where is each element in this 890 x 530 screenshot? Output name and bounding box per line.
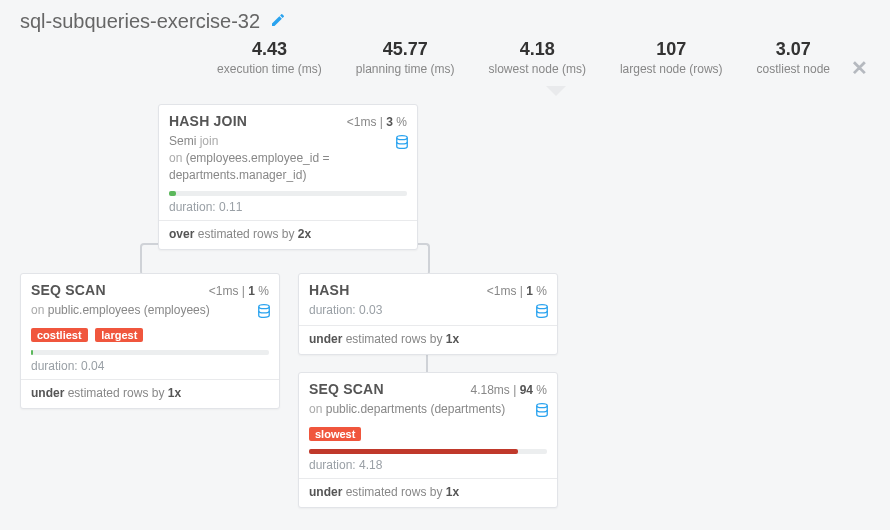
- duration-label: duration: 4.18: [299, 456, 557, 478]
- metric-largest-node: 107 largest node (rows): [620, 39, 723, 76]
- svg-point-2: [537, 305, 548, 309]
- metric-costliest-node: 3.07 costliest node: [757, 39, 830, 76]
- database-icon[interactable]: [395, 135, 409, 154]
- estimate-row: under estimated rows by 1x: [21, 379, 279, 408]
- node-name: SEQ SCAN: [31, 282, 106, 298]
- duration-bar: [31, 350, 269, 355]
- estimate-row: over estimated rows by 2x: [159, 220, 417, 249]
- database-icon[interactable]: [535, 403, 549, 422]
- node-name: HASH JOIN: [169, 113, 247, 129]
- node-stats: <1ms | 1 %: [209, 284, 269, 298]
- edit-icon[interactable]: [270, 12, 286, 32]
- badges: costliest largest: [21, 325, 279, 348]
- duration-label: duration: 0.04: [21, 357, 279, 379]
- plan-node-seq-scan-departments[interactable]: SEQ SCAN 4.18ms | 94 % on public.departm…: [298, 372, 558, 508]
- metric-slowest-node: 4.18 slowest node (ms): [489, 39, 586, 76]
- duration-bar: [309, 449, 547, 454]
- node-stats: <1ms | 3 %: [347, 115, 407, 129]
- duration-bar: [169, 191, 407, 196]
- badges: slowest: [299, 424, 557, 447]
- estimate-row: under estimated rows by 1x: [299, 478, 557, 507]
- plan-node-hash-join[interactable]: HASH JOIN <1ms | 3 % Semi join on (emplo…: [158, 104, 418, 250]
- badge-largest: largest: [95, 328, 143, 342]
- svg-point-3: [537, 404, 548, 408]
- node-stats: 4.18ms | 94 %: [470, 383, 547, 397]
- page-title: sql-subqueries-exercise-32: [20, 10, 260, 33]
- database-icon[interactable]: [535, 304, 549, 323]
- node-stats: <1ms | 1 %: [487, 284, 547, 298]
- metric-execution-time: 4.43 execution time (ms): [217, 39, 322, 76]
- estimate-row: under estimated rows by 1x: [299, 325, 557, 354]
- node-name: SEQ SCAN: [309, 381, 384, 397]
- badge-slowest: slowest: [309, 427, 361, 441]
- badge-costliest: costliest: [31, 328, 88, 342]
- duration-label: duration: 0.03: [309, 303, 382, 317]
- close-icon[interactable]: ✕: [851, 56, 868, 80]
- plan-node-hash[interactable]: HASH <1ms | 1 % duration: 0.03 under est…: [298, 273, 558, 355]
- duration-label: duration: 0.11: [159, 198, 417, 220]
- plan-node-seq-scan-employees[interactable]: SEQ SCAN <1ms | 1 % on public.employees …: [20, 273, 280, 409]
- metric-planning-time: 45.77 planning time (ms): [356, 39, 455, 76]
- node-name: HASH: [309, 282, 349, 298]
- plan-canvas: HASH JOIN <1ms | 3 % Semi join on (emplo…: [20, 104, 870, 524]
- svg-point-0: [397, 136, 408, 140]
- svg-point-1: [259, 305, 270, 309]
- metrics-bar: 4.43 execution time (ms) 45.77 planning …: [20, 39, 830, 76]
- dropdown-pointer-icon: [546, 86, 564, 96]
- database-icon[interactable]: [257, 304, 271, 323]
